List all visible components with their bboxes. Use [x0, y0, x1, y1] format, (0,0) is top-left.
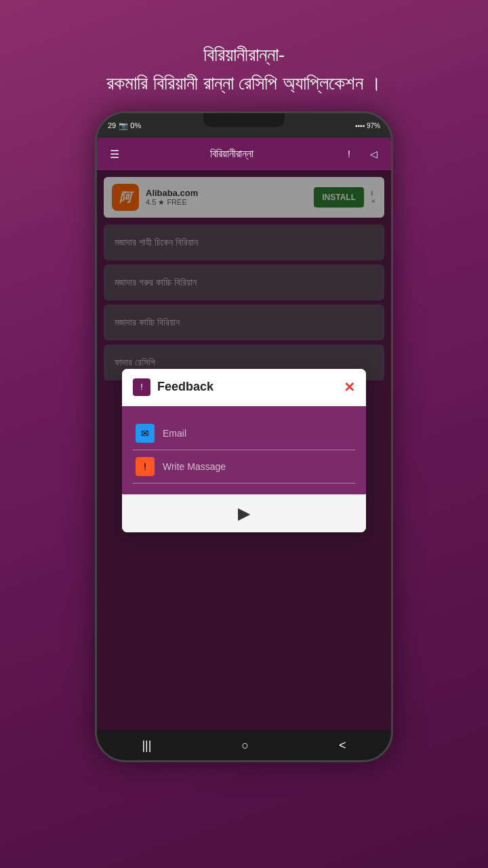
time-display: 29 [108, 121, 116, 130]
status-icons: 📷 0% [119, 121, 141, 130]
app-title: বিরিয়ানীরান্না- রকমারি বিরিয়ানী রান্না… [86, 41, 402, 98]
modal-footer: ▶ [122, 494, 366, 532]
feedback-modal: ! Feedback ✕ ✉ [122, 369, 366, 532]
message-input[interactable] [163, 461, 352, 472]
status-bar-left: 29 📷 0% [108, 121, 141, 130]
email-field-row: ✉ [133, 417, 355, 450]
share-button[interactable]: ◁ [365, 146, 382, 162]
message-icon: ! [136, 457, 155, 476]
modal-title-area: ! Feedback [133, 378, 214, 396]
bottom-nav: ||| ○ < [97, 730, 391, 760]
phone-notch [203, 113, 285, 127]
topbar-title: বিরিয়ানীরান্না [210, 148, 253, 160]
modal-overlay: ! Feedback ✕ ✉ [97, 170, 391, 730]
phone-frame: 29 📷 0% ▪▪▪▪ 97% ☰ বিরিয়ানীরান্না ! ◁ 阿 [95, 111, 393, 762]
modal-title: Feedback [157, 380, 214, 394]
nav-home-button[interactable]: ○ [241, 738, 249, 753]
status-bar-right: ▪▪▪▪ 97% [355, 122, 380, 130]
email-input[interactable] [163, 428, 352, 439]
nav-back-button[interactable]: < [339, 738, 346, 753]
send-button[interactable]: ▶ [238, 504, 250, 523]
app-topbar: ☰ বিরিয়ানীরান্না ! ◁ [97, 138, 391, 170]
modal-close-button[interactable]: ✕ [344, 379, 355, 395]
phone-screen: 阿 Alibaba.com 4.5 ★ FREE INSTALL ℹ ✕ মজা… [97, 170, 391, 730]
modal-body: ✉ ! [122, 406, 366, 494]
signal-display: ▪▪▪▪ 97% [355, 122, 380, 130]
notification-button[interactable]: ! [341, 146, 357, 162]
modal-header: ! Feedback ✕ [122, 369, 366, 406]
modal-icon: ! [133, 378, 150, 396]
menu-button[interactable]: ☰ [106, 146, 123, 162]
topbar-icons: ! ◁ [341, 146, 382, 162]
nav-recent-button[interactable]: ||| [142, 738, 151, 753]
title-line2: রকমারি বিরিয়ানী রান্না রেসিপি অ্যাপ্লিক… [106, 69, 382, 98]
title-line1: বিরিয়ানীরান্না- [106, 41, 382, 69]
email-icon: ✉ [136, 424, 155, 443]
message-field-row: ! [133, 450, 355, 484]
